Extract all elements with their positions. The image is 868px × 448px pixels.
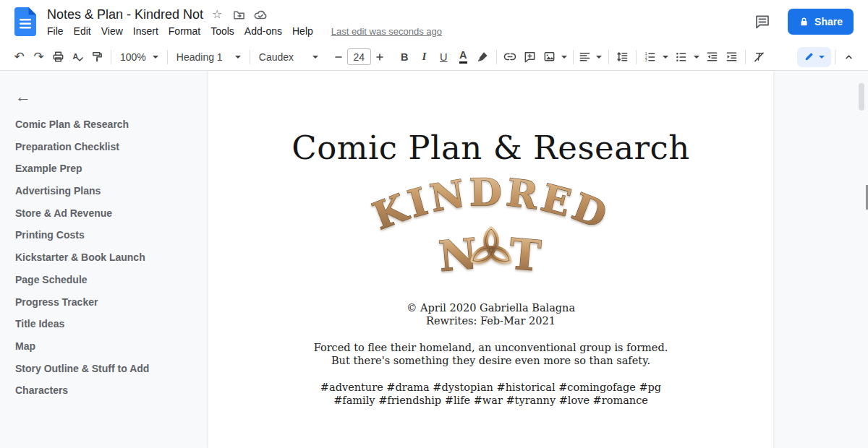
comment-history-icon[interactable]: [753, 12, 772, 31]
svg-text:3: 3: [645, 58, 647, 62]
zoom-select[interactable]: 100%: [115, 47, 163, 66]
outline-item[interactable]: Example Prep: [15, 161, 202, 176]
menu-view[interactable]: View: [96, 24, 128, 38]
menu-file[interactable]: File: [42, 24, 69, 38]
document-heading[interactable]: Comic Plan & Research: [208, 129, 773, 167]
chevron-down-icon: [235, 56, 241, 59]
image-options-chevron[interactable]: [561, 56, 567, 59]
insert-comment-icon[interactable]: [520, 47, 540, 66]
menu-addons[interactable]: Add-ons: [239, 24, 287, 38]
chevron-down-icon: [312, 56, 318, 59]
numbered-list-options-chevron[interactable]: [663, 56, 668, 59]
move-folder-icon[interactable]: [231, 7, 247, 22]
mode-chevron: [819, 56, 825, 59]
logo-letter-t: T: [507, 229, 542, 275]
document-title[interactable]: Notes & Plan - Kindred Not: [47, 7, 203, 22]
font-family-select[interactable]: Caudex: [254, 47, 323, 66]
last-edit-link[interactable]: Last edit was seconds ago: [331, 26, 442, 37]
menu-bar: File Edit View Insert Format Tools Add-o…: [42, 24, 753, 38]
pencil-icon: [804, 51, 814, 62]
outline-item[interactable]: Advertising Plans: [15, 184, 202, 198]
spellcheck-icon[interactable]: A: [68, 47, 88, 66]
outline-item[interactable]: Page Schedule: [15, 272, 202, 287]
outline-item[interactable]: Store & Ad Revenue: [15, 206, 202, 220]
cloud-status-icon[interactable]: [252, 7, 268, 22]
insert-image-icon[interactable]: [540, 47, 559, 66]
editing-mode-button[interactable]: [797, 47, 831, 67]
document-outline-panel: ← Comic Plan & Research Preparation Chec…: [0, 71, 208, 448]
tags-line-2: #family #friendship #life #war #tyranny …: [208, 395, 773, 408]
outline-item[interactable]: Printing Costs: [15, 228, 202, 242]
decrease-indent-icon[interactable]: [702, 47, 722, 66]
formatting-toolbar: ↶ ↷ A 100% Heading 1 Caudex 24 B I U: [0, 43, 868, 71]
logo-letter-n: N: [436, 229, 479, 275]
undo-button[interactable]: ↶: [9, 47, 29, 66]
pitch-line-1: Forced to flee their homeland, an unconv…: [208, 342, 773, 355]
insert-link-icon[interactable]: [501, 47, 520, 66]
print-icon[interactable]: [48, 47, 68, 66]
top-bar: Notes & Plan - Kindred Not ☆ File Edit V…: [0, 0, 868, 43]
bulleted-list-options-chevron[interactable]: [694, 56, 699, 59]
paragraph-style-select[interactable]: Heading 1: [171, 47, 246, 66]
menu-format[interactable]: Format: [163, 24, 205, 38]
paint-format-icon[interactable]: [88, 47, 107, 66]
underline-button[interactable]: U: [434, 47, 454, 66]
right-margin: [774, 71, 868, 448]
outline-item[interactable]: Kickstarter & Book Launch: [15, 250, 202, 264]
menu-tools[interactable]: Tools: [205, 24, 239, 38]
text-color-button[interactable]: A: [454, 47, 473, 66]
italic-button[interactable]: I: [414, 47, 434, 66]
svg-text:A: A: [72, 52, 78, 61]
menu-edit[interactable]: Edit: [69, 24, 96, 38]
copyright-line: © April 2020 Gabriella Balagna: [208, 302, 773, 315]
outline-item[interactable]: Characters: [15, 383, 202, 397]
kindred-not-logo: KINDRED N: [208, 176, 773, 278]
font-size-input[interactable]: 24: [347, 48, 371, 65]
outline-item[interactable]: Story Outline & Stuff to Add: [15, 361, 202, 376]
outline-item[interactable]: Progress Tracker: [15, 295, 202, 309]
title-area: Notes & Plan - Kindred Not ☆ File Edit V…: [47, 7, 753, 38]
outline-item[interactable]: Comic Plan & Research: [15, 117, 202, 132]
menu-insert[interactable]: Insert: [128, 24, 163, 38]
chevron-down-icon: [153, 56, 158, 59]
share-label: Share: [814, 16, 843, 27]
outline-item[interactable]: Preparation Checklist: [15, 139, 202, 154]
highlight-color-icon[interactable]: [473, 47, 493, 66]
bold-button[interactable]: B: [395, 47, 414, 66]
star-icon[interactable]: ☆: [209, 7, 225, 22]
share-button[interactable]: Share: [788, 9, 854, 35]
main-area: ← Comic Plan & Research Preparation Chec…: [0, 71, 868, 448]
outline-item[interactable]: Title Ideas: [15, 316, 202, 331]
rewrites-line: Rewrites: Feb-Mar 2021: [208, 315, 773, 328]
redo-button[interactable]: ↷: [29, 47, 48, 66]
bulleted-list-icon[interactable]: [671, 47, 691, 66]
decrease-font-size-button[interactable]: [331, 47, 346, 66]
line-spacing-icon[interactable]: [613, 47, 632, 66]
menu-help[interactable]: Help: [287, 24, 318, 38]
outline-item[interactable]: Map: [15, 339, 202, 353]
increase-font-size-button[interactable]: [373, 47, 387, 66]
align-left-icon[interactable]: [577, 47, 593, 66]
pitch-line-2: But there's something they desire even m…: [208, 355, 773, 368]
outline-list: Comic Plan & Research Preparation Checkl…: [15, 117, 202, 397]
increase-indent-icon[interactable]: [722, 47, 741, 66]
document-page[interactable]: Comic Plan & Research KINDRED N: [208, 71, 774, 448]
collapse-toolbar-chevron[interactable]: [839, 47, 859, 66]
close-outline-button[interactable]: ←: [15, 89, 31, 105]
google-docs-logo[interactable]: [14, 7, 36, 39]
document-scrollbar-thumb[interactable]: [859, 83, 864, 111]
clear-formatting-icon[interactable]: [749, 47, 769, 66]
tags-line-1: #adventure #drama #dystopian #historical…: [208, 382, 773, 395]
align-options-chevron[interactable]: [596, 56, 602, 59]
numbered-list-icon[interactable]: 1 2 3: [640, 47, 660, 66]
